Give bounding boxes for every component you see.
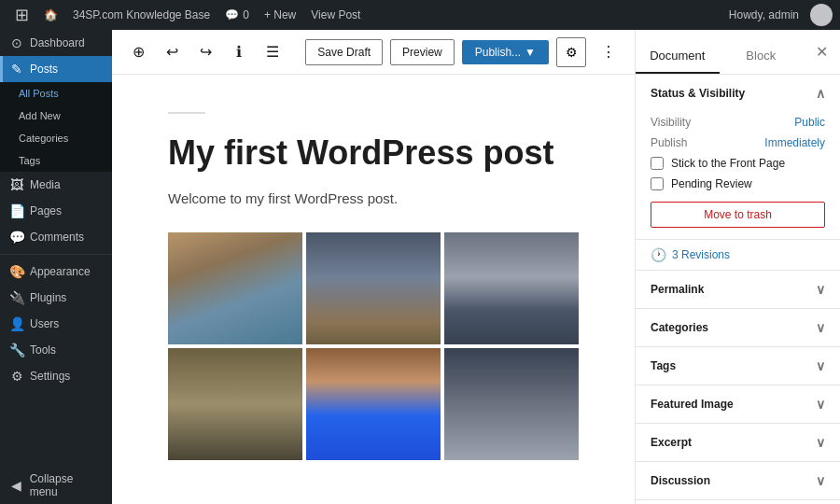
media-icon: 🖼: [9, 177, 24, 192]
admin-bar-right: Howdy, admin: [721, 4, 833, 26]
sidebar-item-tools[interactable]: 🔧 Tools: [0, 337, 112, 363]
posts-icon: ✎: [9, 62, 24, 77]
right-panel: Document Block ✕ Status & Visibility ∧ V…: [635, 30, 840, 504]
sidebar-subitem-add-new[interactable]: Add New: [0, 105, 112, 127]
stick-front-label: Stick to the Front Page: [671, 157, 785, 170]
panel-close-button[interactable]: ✕: [806, 37, 836, 67]
admin-bar-howdy[interactable]: Howdy, admin: [721, 8, 806, 21]
tags-header[interactable]: Tags ∨: [636, 347, 840, 385]
image-placeholder-5[interactable]: [306, 348, 441, 460]
sidebar-divider: [0, 254, 112, 255]
settings-panel-button[interactable]: ⚙: [556, 37, 586, 67]
panel-body: Status & Visibility ∧ Visibility Public …: [636, 75, 840, 504]
sidebar-item-dashboard[interactable]: ⊙ Dashboard: [0, 30, 112, 56]
info-button[interactable]: ℹ: [224, 37, 254, 67]
sidebar-subitem-categories[interactable]: Categories: [0, 127, 112, 149]
status-chevron-icon: ∧: [816, 86, 825, 101]
tags-chevron-icon: ∨: [816, 358, 825, 373]
image-placeholder-6[interactable]: [444, 348, 579, 460]
admin-bar-new[interactable]: + New: [257, 0, 303, 30]
redo-button[interactable]: ↪: [190, 37, 220, 67]
panel-tabs: Document Block ✕: [636, 30, 840, 75]
post-title[interactable]: My first WordPress post: [168, 133, 579, 173]
save-draft-button[interactable]: Save Draft: [305, 39, 383, 65]
stick-front-row: Stick to the Front Page: [651, 153, 825, 174]
image-placeholder-3[interactable]: [444, 232, 579, 344]
pending-review-checkbox[interactable]: [651, 177, 664, 190]
sidebar-collapse-menu[interactable]: ◀ Collapse menu: [0, 467, 112, 504]
editor-area: ⊕ ↩ ↪ ℹ ☰ Save Draft Preview Publish... …: [112, 30, 635, 504]
publish-button[interactable]: Publish... ▼: [462, 40, 549, 64]
post-body[interactable]: Welcome to my first WordPress post.: [168, 188, 579, 210]
visibility-row: Visibility Public: [651, 112, 825, 133]
revisions-icon: 🕐: [651, 247, 666, 262]
pages-icon: 📄: [9, 203, 24, 218]
sidebar-item-settings[interactable]: ⚙ Settings: [0, 363, 112, 389]
sidebar-item-appearance[interactable]: 🎨 Appearance: [0, 259, 112, 285]
collapse-icon: ◀: [9, 478, 24, 493]
categories-chevron-icon: ∨: [816, 320, 825, 335]
post-separator: [168, 112, 205, 114]
plugins-icon: 🔌: [9, 290, 24, 305]
editor-content[interactable]: My first WordPress post Welcome to my fi…: [112, 75, 635, 504]
admin-bar-view-post[interactable]: View Post: [303, 0, 368, 30]
categories-header[interactable]: Categories ∨: [636, 309, 840, 346]
pending-review-label: Pending Review: [671, 177, 752, 190]
image-placeholder-1[interactable]: [168, 232, 302, 344]
add-block-button[interactable]: ⊕: [123, 37, 153, 67]
toolbar-right: Save Draft Preview Publish... ▼ ⚙ ⋮: [305, 37, 623, 67]
excerpt-section: Excerpt ∨: [636, 424, 840, 462]
visibility-value[interactable]: Public: [794, 116, 825, 129]
add-icon: ⊕: [133, 43, 145, 61]
editor-toolbar: ⊕ ↩ ↪ ℹ ☰ Save Draft Preview Publish... …: [112, 30, 635, 75]
revisions-row[interactable]: 🕐 3 Revisions: [636, 240, 840, 271]
admin-bar: ⊞ 🏠 34SP.com Knowledge Base 💬 0 + New Vi…: [0, 0, 840, 30]
redo-icon: ↪: [200, 43, 212, 61]
permalink-header[interactable]: Permalink ∨: [636, 271, 840, 308]
sidebar-item-media[interactable]: 🖼 Media: [0, 172, 112, 198]
featured-image-section: Featured Image ∨: [636, 385, 840, 424]
sidebar-item-pages[interactable]: 📄 Pages: [0, 198, 112, 224]
excerpt-header[interactable]: Excerpt ∨: [636, 424, 840, 461]
featured-image-header[interactable]: Featured Image ∨: [636, 385, 840, 423]
tab-document[interactable]: Document: [636, 39, 720, 74]
sidebar-subitem-all-posts[interactable]: All Posts: [0, 82, 112, 105]
sidebar-item-plugins[interactable]: 🔌 Plugins: [0, 285, 112, 311]
undo-icon: ↩: [166, 43, 178, 61]
publish-value[interactable]: Immediately: [764, 136, 825, 149]
status-visibility-header[interactable]: Status & Visibility ∧: [636, 75, 840, 112]
preview-button[interactable]: Preview: [390, 39, 455, 65]
tags-section: Tags ∨: [636, 347, 840, 385]
block-list-button[interactable]: ☰: [258, 37, 287, 67]
admin-bar-site-name[interactable]: 34SP.com Knowledge Base: [65, 0, 217, 30]
more-options-button[interactable]: ⋮: [594, 37, 623, 67]
excerpt-chevron-icon: ∨: [816, 435, 825, 450]
comments-icon: 💬: [9, 230, 24, 245]
sidebar-item-posts[interactable]: ✎ Posts: [0, 56, 112, 82]
sidebar-subitem-tags[interactable]: Tags: [0, 149, 112, 172]
tab-block[interactable]: Block: [720, 39, 804, 74]
status-visibility-content: Visibility Public Publish Immediately St…: [636, 112, 840, 239]
move-to-trash-button[interactable]: Move to trash: [651, 202, 825, 228]
sidebar-item-comments[interactable]: 💬 Comments: [0, 224, 112, 250]
sidebar-item-users[interactable]: 👤 Users: [0, 311, 112, 337]
stick-front-checkbox[interactable]: [651, 157, 664, 170]
users-icon: 👤: [9, 316, 24, 331]
discussion-header[interactable]: Discussion ∨: [636, 462, 840, 499]
image-placeholder-4[interactable]: [168, 348, 302, 460]
info-icon: ℹ: [236, 43, 242, 61]
dashboard-icon: ⊙: [9, 35, 24, 50]
sidebar-posts-submenu: All Posts Add New Categories Tags: [0, 82, 112, 172]
status-visibility-section: Status & Visibility ∧ Visibility Public …: [636, 75, 840, 240]
permalink-chevron-icon: ∨: [816, 282, 825, 297]
pending-review-row: Pending Review: [651, 174, 825, 194]
wp-logo-icon[interactable]: ⊞: [7, 0, 36, 30]
undo-button[interactable]: ↩: [157, 37, 187, 67]
admin-bar-home[interactable]: 🏠: [36, 0, 65, 30]
main-layout: ⊙ Dashboard ✎ Posts All Posts Add New Ca…: [0, 30, 840, 504]
publish-chevron-icon: ▼: [525, 46, 536, 59]
image-placeholder-2[interactable]: [306, 232, 441, 344]
admin-bar-comments[interactable]: 💬 0: [217, 0, 257, 30]
sidebar: ⊙ Dashboard ✎ Posts All Posts Add New Ca…: [0, 30, 112, 504]
settings-icon: ⚙: [9, 369, 24, 384]
